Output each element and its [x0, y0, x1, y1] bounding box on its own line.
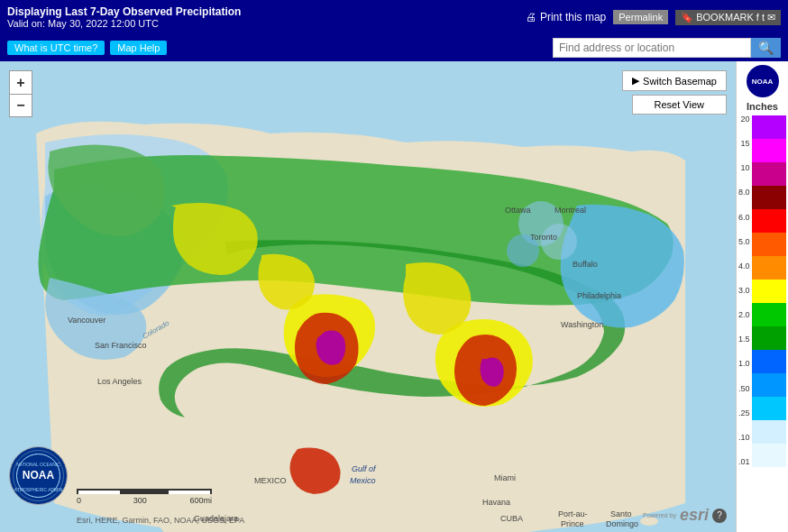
scale-colors [752, 115, 786, 467]
toolbar: What is UTC time? Map Help 🔍 [0, 34, 788, 61]
noaa-logo: NOAA NATIONAL OCEANIC ATMOSPHERIC ADMIN [9, 446, 68, 505]
legend-label: .01 [738, 458, 750, 467]
permalink-button[interactable]: Permalink [613, 10, 668, 24]
svg-text:CUBA: CUBA [500, 514, 523, 523]
svg-text:Washington: Washington [561, 320, 603, 329]
svg-text:Prince: Prince [561, 519, 584, 528]
scale-color-block [752, 420, 786, 444]
svg-text:Los Angeles: Los Angeles [97, 377, 142, 386]
scale-labels: 0 300 600mi [77, 496, 212, 505]
svg-text:MEXICO: MEXICO [254, 476, 287, 485]
svg-text:Santo: Santo [610, 509, 632, 518]
legend-title: Inches [747, 101, 778, 112]
scale-line [77, 489, 212, 494]
svg-text:Havana: Havana [482, 498, 510, 507]
scale-color-block [752, 373, 786, 397]
legend-label: 2.0 [738, 311, 750, 320]
legend-label: 1.5 [738, 335, 750, 344]
search-input[interactable] [553, 38, 751, 58]
legend-label: 4.0 [738, 262, 750, 271]
svg-text:Ottawa: Ottawa [505, 206, 531, 215]
legend-label: 6.0 [738, 214, 750, 223]
printer-icon: 🖨 [526, 11, 536, 23]
header-right: 🖨 Print this map Permalink 🔖 BOOKMARK f … [526, 10, 781, 25]
svg-text:Port-au-: Port-au- [558, 509, 588, 518]
header: Displaying Last 7-Day Observed Precipita… [0, 0, 788, 34]
powered-by-label: Powered by [643, 512, 676, 518]
legend-label: 3.0 [738, 287, 750, 296]
svg-text:ATMOSPHERIC ADMIN: ATMOSPHERIC ADMIN [14, 487, 63, 492]
noaa-badge: NOAA [747, 65, 779, 97]
help-button[interactable]: ? [712, 509, 727, 523]
switch-basemap-button[interactable]: ▶ Switch Basemap [622, 70, 727, 91]
bookmark-icon: 🔖 [681, 12, 693, 23]
esri-logo: esri [680, 506, 709, 525]
scale-bar: 0 300 600mi [77, 489, 212, 505]
esri-attribution: Powered by esri ? [643, 506, 727, 525]
map-container[interactable]: Vancouver San Francisco Los Angeles Otta… [0, 61, 736, 532]
precipitation-map: Vancouver San Francisco Los Angeles Otta… [0, 61, 736, 532]
print-button[interactable]: 🖨 Print this map [526, 11, 606, 23]
scale-color-block [752, 280, 786, 303]
scale-color-block [752, 444, 786, 467]
svg-text:NOAA: NOAA [23, 469, 55, 482]
legend-label: 1.0 [738, 360, 750, 369]
legend-label: 20 [741, 115, 750, 124]
scale-color-block [752, 350, 786, 373]
scale-color-block [752, 326, 786, 350]
map-overlay-controls: ▶ Switch Basemap Reset View [622, 70, 727, 115]
scale-color-block [752, 162, 786, 186]
scale-color-block [752, 115, 786, 139]
legend-label: 5.0 [738, 238, 750, 247]
zoom-controls: + − [9, 70, 32, 117]
svg-text:Vancouver: Vancouver [68, 316, 105, 325]
svg-text:NATIONAL OCEANIC: NATIONAL OCEANIC [16, 462, 60, 467]
scale-color-block [752, 209, 786, 233]
search-button[interactable]: 🔍 [751, 38, 781, 58]
svg-text:Domingo: Domingo [606, 519, 638, 528]
legend: NOAA Inches 2015108.06.05.04.03.02.01.51… [736, 61, 788, 532]
legend-label: 8.0 [738, 188, 750, 197]
scale-color-block [752, 303, 786, 326]
svg-point-5 [541, 224, 577, 260]
svg-text:Miami: Miami [494, 473, 516, 482]
svg-text:Philadelphia: Philadelphia [577, 291, 621, 300]
map-attribution: Esri, HERE, Garmin, FAO, NOAA, USGS, EPA [77, 516, 244, 525]
scale-color-block [752, 233, 786, 256]
legend-label: .50 [738, 385, 750, 394]
svg-text:San Francisco: San Francisco [95, 341, 147, 350]
triangle-icon: ▶ [632, 75, 639, 87]
maphelp-button[interactable]: Map Help [110, 41, 167, 55]
scale-color-block [752, 256, 786, 280]
search-icon: 🔍 [758, 41, 774, 55]
scale-labels-side: 2015108.06.05.04.03.02.01.51.0.50.25.10.… [738, 115, 752, 467]
svg-text:Gulf of: Gulf of [352, 464, 377, 473]
bookmark-button[interactable]: 🔖 BOOKMARK f t ✉ [675, 10, 781, 25]
main: Vancouver San Francisco Los Angeles Otta… [0, 61, 788, 532]
search-container: 🔍 [553, 38, 781, 58]
reset-view-button[interactable]: Reset View [632, 95, 727, 115]
scale-color-block [752, 397, 786, 420]
legend-label: 15 [741, 140, 750, 149]
utc-button[interactable]: What is UTC time? [7, 41, 105, 55]
legend-label: .25 [738, 409, 750, 418]
legend-label: 10 [741, 164, 750, 173]
scale-color-block [752, 186, 786, 209]
zoom-in-button[interactable]: + [9, 70, 32, 94]
toolbar-left: What is UTC time? Map Help [7, 41, 167, 55]
zoom-out-button[interactable]: − [9, 94, 32, 117]
svg-text:Toronto: Toronto [530, 233, 557, 242]
header-left: Displaying Last 7-Day Observed Precipita… [7, 5, 241, 29]
legend-label: .10 [738, 434, 750, 443]
color-scale: 2015108.06.05.04.03.02.01.51.0.50.25.10.… [738, 115, 786, 467]
svg-text:Buffalo: Buffalo [573, 260, 598, 269]
svg-text:Montreal: Montreal [554, 206, 586, 215]
svg-text:Mexico: Mexico [350, 476, 376, 485]
scale-color-block [752, 139, 786, 162]
header-valid: Valid on: May 30, 2022 12:00 UTC [7, 18, 241, 29]
header-title: Displaying Last 7-Day Observed Precipita… [7, 5, 241, 18]
